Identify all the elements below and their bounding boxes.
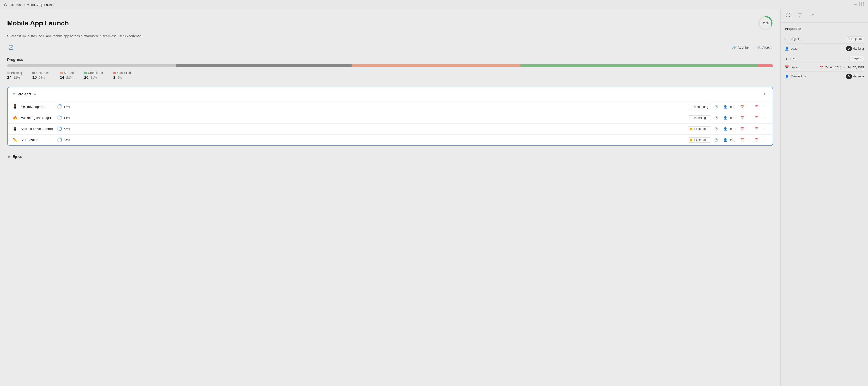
marketing-calendar-end[interactable]: 📅 <box>753 115 760 120</box>
progress-segment-backlog <box>7 64 176 67</box>
stat-unstarted: Unstarted 15 23% <box>32 71 50 79</box>
status-icon-empty <box>690 116 692 119</box>
project-name-ios[interactable]: iOS development <box>21 105 54 109</box>
project-name-android[interactable]: Android Development <box>21 127 54 131</box>
ios-lead[interactable]: 👤 Lead <box>722 104 737 109</box>
page-description: Successfully launch the Plane mobile app… <box>7 33 773 39</box>
epics-label: Epics <box>12 155 22 159</box>
add-project-button[interactable]: + <box>761 91 768 98</box>
android-lead[interactable]: 👤 Lead <box>722 127 737 131</box>
ios-progress-ring: 17% <box>57 104 70 110</box>
ios-time-icon[interactable]: 🕐 <box>713 104 719 109</box>
calendar-icon: 📅 <box>740 105 744 109</box>
epics-header[interactable]: ▶ Epics <box>7 151 773 163</box>
prop-val-projects[interactable]: 4 projects <box>846 36 864 41</box>
progress-pct-label: 31 <box>762 22 766 25</box>
progress-segment-cancelled <box>758 64 773 67</box>
progress-segment-unstarted <box>176 64 352 67</box>
prop-row-created-by: 👤 Created by D daniella <box>785 72 864 81</box>
prop-val-dates[interactable]: 📅 Oct 04, 2024 → Jan 07, 2025 <box>820 66 864 69</box>
expand-icon[interactable] <box>859 2 864 8</box>
progress-bar <box>7 64 773 67</box>
stat-started: Started 14 22% <box>60 71 74 79</box>
calendar-end-icon: 📅 <box>754 127 758 131</box>
stat-backlog: Backlog 14 22% <box>7 71 22 79</box>
android-time-icon[interactable]: 🕐 <box>713 127 719 131</box>
android-status[interactable]: Execution <box>688 126 711 132</box>
progress-segment-started <box>352 64 520 67</box>
more-options-icon[interactable]: ··· <box>854 2 857 7</box>
marketing-meta: Planning 🕐 👤 Lead 📅 → 📅 <box>688 115 768 120</box>
tab-comments[interactable] <box>797 12 803 20</box>
beta-calendar-start[interactable]: 📅 <box>739 138 745 142</box>
android-calendar-end[interactable]: 📅 <box>753 127 760 131</box>
beta-pct: 33% <box>64 138 70 142</box>
beta-time-icon[interactable]: 🕐 <box>713 138 719 142</box>
svg-rect-0 <box>860 2 861 6</box>
status-icon-yellow <box>690 139 692 141</box>
breadcrumb-current: Mobile App Launch <box>27 3 55 7</box>
project-icon-android: 📱 <box>12 126 18 131</box>
attach-button[interactable]: 📎 Attach <box>755 44 773 50</box>
content-area: Mobile App Launch 31 % Successfully laun… <box>0 9 780 386</box>
prop-row-epic: ▲ Epic 0 epics <box>785 54 864 63</box>
table-row: 📱 Android Development 52% Execution <box>8 123 773 134</box>
project-name-beta[interactable]: Beta testing <box>21 138 54 142</box>
stat-dot-backlog <box>7 72 10 74</box>
projects-header[interactable]: ▼ Projects 4 + <box>8 87 773 101</box>
marketing-calendar-start[interactable]: 📅 <box>739 115 745 120</box>
refresh-button[interactable]: 🔄 <box>7 44 15 51</box>
stat-dot-completed <box>84 72 87 74</box>
ios-calendar-end[interactable]: 📅 <box>753 104 760 109</box>
action-bar: 🔄 🔗 Add link 📎 Attach <box>7 44 773 51</box>
progress-segment-completed <box>520 64 758 67</box>
progress-stats: Backlog 14 22% Unstarted 15 23% <box>7 71 773 79</box>
main-layout: Mobile App Launch 31 % Successfully laun… <box>0 9 868 386</box>
project-name-marketing[interactable]: Marketing campaign <box>21 116 54 120</box>
prop-val-lead[interactable]: D daniella <box>846 46 864 51</box>
progress-title: Progress <box>7 58 773 62</box>
epics-section: ▶ Epics <box>7 151 773 163</box>
chevron-right-icon: ▶ <box>8 155 10 159</box>
marketing-pct: 14% <box>64 116 70 120</box>
beta-more-button[interactable]: ··· <box>762 137 768 143</box>
person-icon: 👤 <box>723 138 727 142</box>
prop-key-epic: ▲ Epic <box>785 57 808 61</box>
projects-section: ▼ Projects 4 + 📱 iOS development 17% <box>7 87 773 146</box>
prop-key-dates: 📅 Dates <box>785 65 808 69</box>
marketing-more-button[interactable]: ··· <box>762 115 768 120</box>
beta-status[interactable]: Execution <box>688 137 711 143</box>
calendar-start-icon: 📅 <box>820 66 824 69</box>
prop-key-created-by: 👤 Created by <box>785 75 808 78</box>
breadcrumb-separator: › <box>24 3 25 7</box>
beta-lead[interactable]: 👤 Lead <box>722 138 737 142</box>
progress-pct-symbol: % <box>766 22 769 25</box>
link-icon: 🔗 <box>732 45 736 49</box>
tab-info[interactable]: i <box>785 12 792 20</box>
ios-status[interactable]: Monitoring <box>688 104 711 109</box>
tab-activity[interactable] <box>808 12 815 20</box>
android-more-button[interactable]: ··· <box>762 126 768 132</box>
add-link-button[interactable]: 🔗 Add link <box>731 44 751 50</box>
projects-count: 4 <box>34 92 36 96</box>
svg-text:i: i <box>788 14 788 17</box>
attach-icon: 📎 <box>757 45 761 49</box>
epic-badge: 0 epics <box>849 56 864 61</box>
calendar-icon: 📅 <box>740 127 744 131</box>
breadcrumb-icon: ⬡ <box>4 3 7 7</box>
marketing-lead[interactable]: 👤 Lead <box>722 115 737 120</box>
beta-calendar-end[interactable]: 📅 <box>753 138 760 142</box>
breadcrumb-parent[interactable]: Initiatives <box>8 3 23 7</box>
arrow-icon: → <box>748 127 751 131</box>
beta-meta: Execution 🕐 👤 Lead 📅 → 📅 <box>688 137 768 143</box>
ios-calendar-start[interactable]: 📅 <box>739 104 745 109</box>
marketing-status[interactable]: Planning <box>688 115 711 120</box>
project-icon-beta: ✏️ <box>12 137 18 142</box>
marketing-time-icon[interactable]: 🕐 <box>713 115 719 120</box>
table-row: 🔥 Marketing campaign 14% Planning 🕐 <box>8 112 773 123</box>
prop-val-epic[interactable]: 0 epics <box>849 56 864 61</box>
android-calendar-start[interactable]: 📅 <box>739 127 745 131</box>
android-pct: 52% <box>64 127 70 131</box>
page-title: Mobile App Launch <box>7 19 69 27</box>
ios-more-button[interactable]: ··· <box>762 104 768 109</box>
